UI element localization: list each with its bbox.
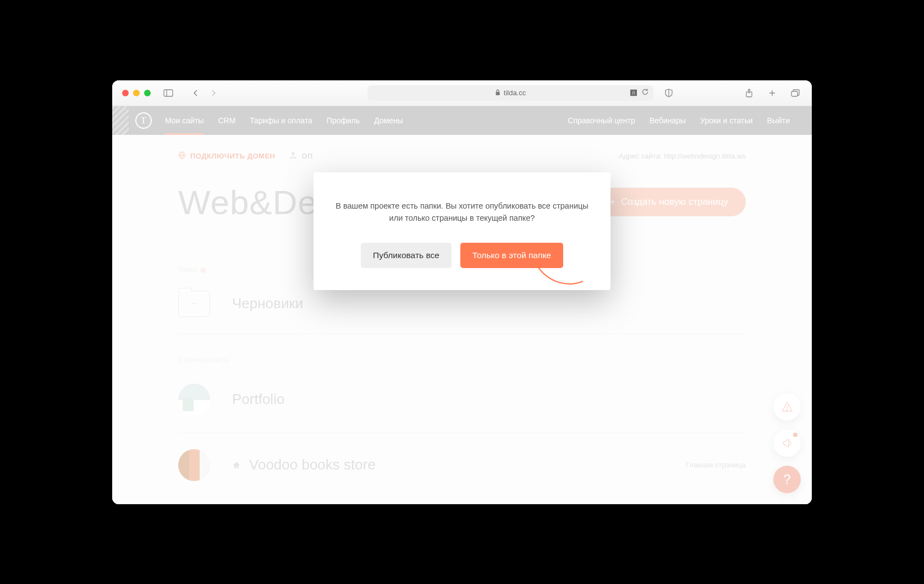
browser-window: tilda.cc 🅰 T xyxy=(112,80,812,504)
publish-only-folder-button[interactable]: Только в этой папке xyxy=(460,243,563,268)
publish-options-modal: В вашем проекте есть папки. Вы хотите оп… xyxy=(314,172,610,291)
address-host: tilda.cc xyxy=(504,89,526,97)
reload-icon[interactable] xyxy=(641,88,649,97)
modal-message: В вашем проекте есть папки. Вы хотите оп… xyxy=(336,200,588,225)
back-button[interactable] xyxy=(189,86,202,100)
page: T Мои сайты CRM Тарифы и оплата Профиль … xyxy=(112,106,812,504)
sidebar-toggle-icon[interactable] xyxy=(162,86,175,100)
address-bar[interactable]: tilda.cc 🅰 xyxy=(367,85,653,101)
close-window-button[interactable] xyxy=(122,90,129,96)
translate-icon[interactable]: 🅰 xyxy=(630,89,637,97)
browser-toolbar: tilda.cc 🅰 xyxy=(112,80,812,106)
lock-icon xyxy=(495,89,501,97)
svg-rect-7 xyxy=(791,91,798,96)
modal-backdrop[interactable]: В вашем проекте есть папки. Вы хотите оп… xyxy=(112,106,812,504)
minimize-window-button[interactable] xyxy=(133,90,140,96)
shield-icon[interactable] xyxy=(662,86,675,100)
new-tab-icon[interactable] xyxy=(766,86,779,100)
tabs-icon[interactable] xyxy=(789,86,802,100)
publish-all-button[interactable]: Публиковать все xyxy=(361,243,452,268)
svg-rect-0 xyxy=(164,90,173,96)
forward-button[interactable] xyxy=(207,86,220,100)
window-controls xyxy=(122,90,151,96)
svg-rect-2 xyxy=(496,92,499,95)
share-icon[interactable] xyxy=(743,86,756,100)
maximize-window-button[interactable] xyxy=(144,90,151,96)
